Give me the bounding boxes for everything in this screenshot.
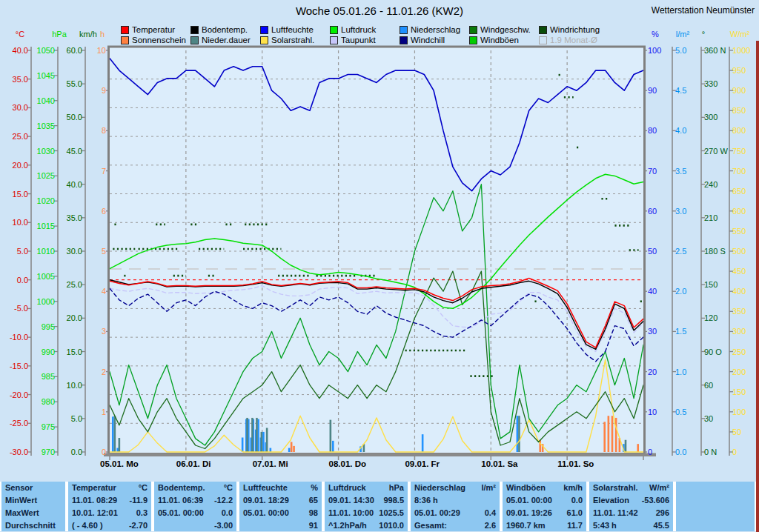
max-time: 11.01. 11:42 <box>593 508 638 517</box>
weather-chart-svg <box>0 0 759 532</box>
axis-label-wm2: 1000 <box>732 47 750 55</box>
axis-title-h: h <box>100 30 105 39</box>
table-col-header: Windböen <box>506 483 546 492</box>
axis-label-deg: 150 <box>704 281 717 289</box>
legend-label: Temperatur <box>132 25 175 34</box>
x-label-day: 07.01. Mi <box>253 459 288 468</box>
axis-label-temp: -10.0 <box>10 333 28 342</box>
axis-label-h: 9 <box>102 87 106 95</box>
x-label-day: 05.01. Mo <box>100 459 139 468</box>
bar-nieder-dauer <box>251 418 253 452</box>
legend-item-windgeschw-: Windgeschw. <box>469 25 531 34</box>
axis-label-kmh: 45.0 <box>67 147 82 155</box>
x-label-day: 08.01. Do <box>329 459 367 468</box>
axis-label-hpa: 995 <box>42 322 55 330</box>
axis-label-wm2: 200 <box>732 368 746 376</box>
avg-note: 1960.7 km <box>506 521 546 530</box>
axis-label-temp: 30.0 <box>13 104 28 112</box>
legend-label: Niederschlag <box>411 25 460 34</box>
axis-title-hpa: hPa <box>52 30 67 39</box>
avg-value: 1010.0 <box>379 521 404 530</box>
axis-label-pct: 40 <box>648 287 657 296</box>
legend-item-windb-en: Windböen <box>469 36 519 44</box>
legend-label: Solarstrahl. <box>271 36 314 44</box>
avg-note: ^1.2hPa/h <box>328 521 367 530</box>
axis-label-wm2: 500 <box>732 247 746 256</box>
axis-label-h: 10 <box>97 47 106 55</box>
axis-label-temp: -20.0 <box>10 390 28 399</box>
axis-label-deg: 270 W <box>704 147 728 155</box>
table-col-bodentemp-: Bodentemp.°C11.01. 06:39-12.205.01. 00:0… <box>154 482 236 531</box>
x-label-day: 10.01. Sa <box>481 459 517 468</box>
axis-label-deg: 0 N <box>704 448 717 456</box>
axis-label-lm2: 5.0 <box>675 47 686 55</box>
bar-sonnenschein <box>291 442 293 452</box>
legend-color-swatch <box>330 36 338 44</box>
axis-label-kmh: 50.0 <box>67 113 82 122</box>
axis-label-wm2: 550 <box>732 227 746 235</box>
axis-label-wm2: 50 <box>732 428 741 436</box>
axis-label-hpa: 1000 <box>37 297 55 305</box>
axis-label-hpa: 1015 <box>37 222 55 230</box>
axis-label-deg: 60 <box>704 381 713 389</box>
max-value: 61.0 <box>567 508 583 517</box>
max-time: 05.01. 00:29 <box>414 508 460 517</box>
avg-note: 5:43 h <box>593 521 617 530</box>
bar-nieder-dauer <box>246 418 248 452</box>
bar-sonnenschein <box>603 422 606 452</box>
legend-item-1-9-monat-[interactable]: 1.9 Monat-Ø <box>539 36 597 44</box>
axis-label-wm2: 650 <box>732 187 746 195</box>
table-col-unit: l/m² <box>481 483 496 492</box>
axis-label-pct: 10 <box>648 408 657 416</box>
table-col-niederschlag: Niederschlagl/m²8:36 h05.01. 00:290.4Ges… <box>411 482 500 531</box>
axis-label-pct: 20 <box>648 368 657 376</box>
bar-niederschlag <box>270 448 272 452</box>
axis-label-kmh: 10.0 <box>67 381 82 389</box>
bar-niederschlag <box>288 448 291 452</box>
axis-label-lm2: 3.0 <box>675 207 686 215</box>
min-time: 11.01. 08:29 <box>72 496 117 505</box>
axis-label-lm2: 2.0 <box>675 287 686 296</box>
axis-label-hpa: 970 <box>42 448 55 456</box>
table-col-empty <box>676 482 755 531</box>
axis-label-h: 3 <box>102 327 106 336</box>
axis-label-h: 4 <box>102 287 106 296</box>
axis-title-kmh: km/h <box>79 30 97 39</box>
axis-label-wm2: 800 <box>732 127 746 135</box>
legend-checkbox[interactable] <box>539 36 547 44</box>
table-col-header: Niederschlag <box>414 483 465 492</box>
axis-label-kmh: 20.0 <box>67 314 82 322</box>
table-col-windb-en: Windböenkm/h05.01. 00:000.009.01. 19:266… <box>503 482 586 531</box>
axis-label-wm2: 100 <box>732 408 746 416</box>
axis-label-lm2: 4.5 <box>675 87 686 95</box>
axis-label-temp: -25.0 <box>10 419 28 428</box>
bar-nieder-dauer <box>518 416 520 452</box>
bar-niederschlag <box>332 441 334 452</box>
axis-label-pct: 60 <box>648 207 657 215</box>
legend-item-windrichtung: Windrichtung <box>539 25 600 34</box>
x-label-day: 09.01. Fr <box>405 459 440 468</box>
bar-niederschlag <box>517 416 519 452</box>
legend-color-swatch <box>330 26 338 34</box>
axis-label-lm2: 2.5 <box>675 247 686 256</box>
legend-item-windchill: Windchill <box>400 36 445 44</box>
axis-label-hpa: 1010 <box>37 247 55 256</box>
axis-label-hpa: 985 <box>42 373 55 381</box>
bar-niederschlag <box>422 434 424 452</box>
axis-label-temp: -5.0 <box>14 305 28 313</box>
bar-nieder-dauer <box>330 420 332 452</box>
table-col-header: Solarstrahl. <box>593 483 638 492</box>
axis-label-wm2: 250 <box>732 348 746 356</box>
max-time: 11.01. 10:00 <box>328 508 374 517</box>
axis-label-wm2: 0 <box>732 448 737 456</box>
table-col-header: Luftdruck <box>328 483 366 492</box>
avg-value: 2.6 <box>485 521 496 530</box>
axis-label-pct: 50 <box>648 247 657 256</box>
min-value: 0.0 <box>571 496 583 505</box>
axis-label-deg: 120 <box>704 314 717 322</box>
table-row-label: MinWert <box>5 496 37 505</box>
axis-label-deg: 300 <box>704 113 717 122</box>
axis-label-wm2: 600 <box>732 207 746 215</box>
min-time: Elevation <box>593 496 629 505</box>
min-value: -53.606 <box>642 496 669 505</box>
